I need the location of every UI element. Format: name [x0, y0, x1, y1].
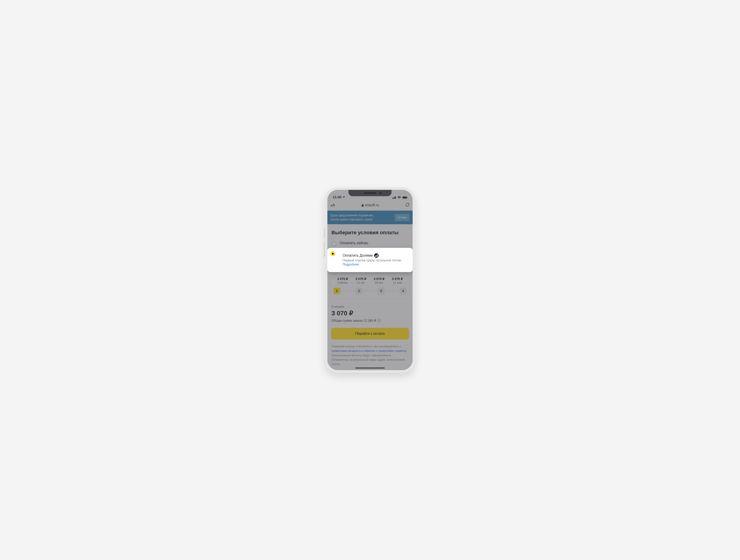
- option-label: Оплатить сейчас: [340, 241, 408, 245]
- phone-mockup: 11:00 ᴀA tinkoff.ru: [325, 187, 415, 373]
- order-total-text: Общая сумма заказа 12 280 ₽: [332, 319, 376, 322]
- link-service-rules[interactable]: правилами сервиса: [378, 349, 406, 352]
- home-indicator[interactable]: [355, 367, 385, 368]
- totals-block: К оплате 3 070 ₽ Общая сумма заказа 12 2…: [328, 299, 412, 322]
- time-limit-banner: Срок предложения ограничен, после нужно …: [328, 211, 412, 224]
- phone-notch: [349, 190, 391, 196]
- step-amount: 3 070 ₽: [370, 277, 388, 281]
- step-date: 25 окт: [370, 281, 388, 284]
- url-box[interactable]: tinkoff.ru: [338, 203, 402, 207]
- location-icon: [342, 196, 345, 199]
- installment-schedule: 3 070 ₽ Сейчас 3 070 ₽ 11 окт 3 070 ₽ 25…: [331, 273, 409, 299]
- step-node-3[interactable]: 3: [378, 288, 384, 294]
- svg-rect-6: [407, 197, 408, 198]
- banner-text: Срок предложения ограничен, после нужно …: [331, 213, 383, 222]
- step-node-1[interactable]: 1: [334, 288, 340, 294]
- text-size-button[interactable]: ᴀA: [331, 203, 335, 208]
- schedule-step: 3 070 ₽ Сейчас: [334, 277, 352, 284]
- step-node-2[interactable]: 2: [356, 288, 362, 294]
- battery-icon: [402, 196, 408, 199]
- checkout-button[interactable]: Перейти к оплате: [331, 328, 409, 340]
- schedule-amount-row: 3 070 ₽ Сейчас 3 070 ₽ 11 окт 3 070 ₽ 25…: [334, 277, 406, 284]
- totals-caption: К оплате: [332, 305, 408, 309]
- page-content: 11:00 ᴀA tinkoff.ru: [328, 190, 412, 370]
- reload-button[interactable]: [405, 203, 409, 208]
- schedule-step: 3 070 ₽ 11 ноя: [388, 277, 407, 284]
- legal-text: Нажимая кнопку «Оплатить», вы соглашаете…: [328, 340, 412, 370]
- svg-rect-1: [393, 197, 394, 199]
- page-title: Выберите условия оплаты: [328, 224, 412, 239]
- cell-signal-icon: [392, 196, 396, 199]
- radio-checked-icon: [330, 251, 335, 256]
- step-date: 11 окт: [352, 281, 370, 284]
- radio-unchecked-icon: [332, 241, 337, 246]
- banner-timer-badge: 19 мин: [395, 214, 409, 221]
- reload-icon: [405, 203, 409, 207]
- legal-part: и: [375, 349, 378, 352]
- legal-part: Нажимая кнопку «Оплатить», вы соглашаете…: [332, 345, 401, 348]
- step-amount: 3 070 ₽: [334, 277, 352, 281]
- svg-rect-5: [403, 197, 407, 198]
- svg-rect-0: [392, 198, 393, 199]
- safari-address-bar: ᴀA tinkoff.ru: [328, 200, 412, 211]
- option-label-text: Оплатить Долями: [343, 253, 373, 257]
- checkout-page: Выберите условия оплаты Оплатить сейчас: [328, 224, 412, 370]
- phone-screen: 11:00 ᴀA tinkoff.ru: [328, 190, 412, 370]
- option-more-link[interactable]: Подробнее: [343, 262, 402, 266]
- front-camera: [379, 192, 382, 194]
- lock-icon: [361, 204, 364, 207]
- step-date: 11 ноя: [388, 281, 407, 284]
- link-refund-rules[interactable]: правилами возврата и обмена: [332, 349, 375, 352]
- status-time: 11:00: [333, 195, 342, 199]
- option-subtext: Первый платеж сразу, остальное потом.: [343, 258, 402, 262]
- order-total-line: Общая сумма заказа 12 280 ₽ ?: [332, 319, 408, 322]
- help-icon[interactable]: ?: [377, 319, 381, 322]
- speaker-grille: [364, 192, 376, 194]
- dolyami-logo-icon: [374, 253, 379, 258]
- wifi-icon: [397, 196, 401, 199]
- step-amount: 3 070 ₽: [352, 277, 370, 281]
- step-amount: 3 070 ₽: [388, 277, 407, 281]
- schedule-step: 3 070 ₽ 11 окт: [352, 277, 370, 284]
- option-pay-dolyami[interactable]: Оплатить Долями Первый платеж сразу: [328, 248, 412, 272]
- schedule-step: 3 070 ₽ 25 окт: [370, 277, 388, 284]
- svg-rect-2: [394, 197, 395, 199]
- option-label: Оплатить Долями: [343, 253, 402, 258]
- svg-rect-3: [395, 196, 396, 199]
- step-date: Сейчас: [334, 281, 352, 284]
- url-text: tinkoff.ru: [365, 203, 379, 207]
- schedule-track: 1 2 3 4: [334, 288, 406, 294]
- step-node-4[interactable]: 4: [400, 288, 406, 294]
- amount-due: 3 070 ₽: [332, 310, 408, 317]
